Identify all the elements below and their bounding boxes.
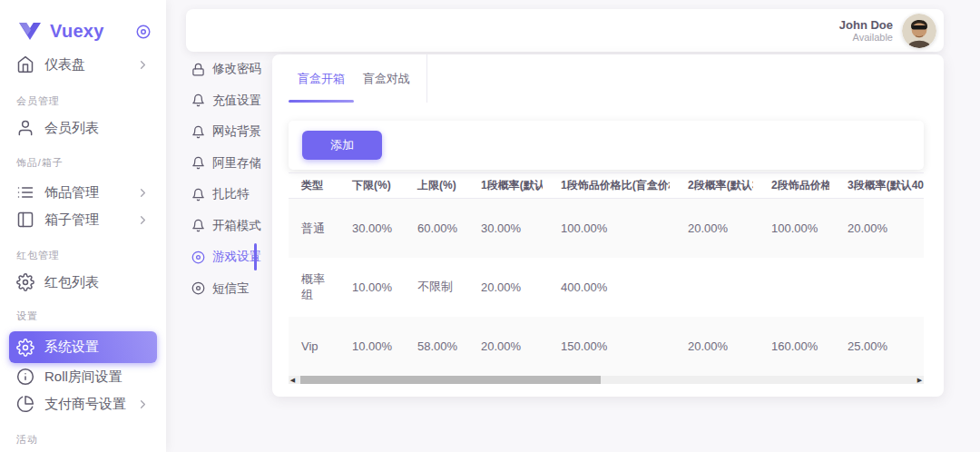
sidebar-nav: 仪表盘 会员管理 会员列表 饰品/箱子 饰品管理 xyxy=(0,47,166,447)
submenu-item-unbox-mode[interactable]: 开箱模式 xyxy=(186,212,273,240)
cell-stage3-probability xyxy=(829,258,924,317)
cell-stage1-price-ratio: 400.00% xyxy=(543,258,670,317)
cell-upper-limit: 58.00% xyxy=(399,317,463,376)
add-button[interactable]: 添加 xyxy=(302,131,382,160)
chevron-right-icon xyxy=(136,213,150,227)
sidebar-item-label: 系统设置 xyxy=(44,339,99,356)
info-icon xyxy=(16,368,34,386)
submenu-item-ali-storage[interactable]: 阿里存储 xyxy=(186,150,273,177)
horizontal-scrollbar[interactable]: ◀ ▶ xyxy=(289,376,924,384)
gear-icon xyxy=(16,273,34,291)
submenu-item-label: 网站背景 xyxy=(212,123,261,140)
vuexy-logo-icon xyxy=(18,22,42,41)
submenu-item-website-background[interactable]: 网站背景 xyxy=(186,118,273,145)
user-status: Available xyxy=(839,32,893,44)
cell-lower-limit: 10.00% xyxy=(334,317,399,376)
user-name: John Doe xyxy=(839,18,893,32)
sidebar-section-activity: 活动 xyxy=(9,432,157,447)
brand-name: Vuexy xyxy=(50,21,104,42)
submenu-item-zabit[interactable]: 扎比特 xyxy=(186,181,273,208)
cell-stage2-price-ratio xyxy=(753,258,829,317)
submenu-item-change-password[interactable]: 修改密码 xyxy=(186,55,273,83)
cell-upper-limit: 60.00% xyxy=(399,199,463,258)
submenu-item-label: 扎比特 xyxy=(212,186,250,202)
submenu-item-label: 游戏设置 xyxy=(212,249,261,265)
cell-stage2-price-ratio: 160.00% xyxy=(753,317,829,376)
page: Vuexy 仪表盘 会员管理 xyxy=(0,0,980,452)
toolbar: 添加 xyxy=(289,121,924,170)
home-icon xyxy=(16,55,34,74)
chevron-right-icon xyxy=(136,186,150,200)
bell-icon xyxy=(191,188,205,201)
bell-icon xyxy=(191,93,205,107)
sidebar-section-settings: 设置 xyxy=(9,309,157,323)
user-avatar[interactable] xyxy=(902,14,936,48)
chevron-right-icon xyxy=(136,398,150,411)
bell-icon xyxy=(191,156,205,170)
sidebar-item-redpacket-list[interactable]: 红包列表 xyxy=(9,269,157,296)
col-header-stage1-price-ratio: 1段饰品价格比(盲盒价格*比例) xyxy=(543,173,670,199)
menu-pin-icon[interactable] xyxy=(135,24,152,40)
sidebar-item-label: 会员列表 xyxy=(44,120,99,137)
col-header-lower-limit: 下限(%) xyxy=(334,173,399,199)
scroll-right-arrow[interactable]: ▶ xyxy=(916,376,924,384)
lock-icon xyxy=(191,63,205,76)
table-row[interactable]: 普通 30.00% 60.00% 30.00% 100.00% 20.00% 1… xyxy=(289,199,924,258)
cell-stage2-probability: 20.00% xyxy=(670,199,753,258)
submenu-item-game-settings[interactable]: 游戏设置 xyxy=(186,243,273,270)
cell-type: 概率组 xyxy=(289,258,334,317)
tab-blindbox-battle[interactable]: 盲盒对战 xyxy=(354,54,419,103)
sidebar-item-label: Roll房间设置 xyxy=(44,368,122,386)
tab-divider xyxy=(426,54,427,103)
submenu-item-recharge-settings[interactable]: 充值设置 xyxy=(186,87,273,114)
submenu-item-label: 开箱模式 xyxy=(212,218,261,234)
settings-submenu: 修改密码 充值设置 网站背景 阿里存储 扎比特 xyxy=(186,55,273,306)
sidebar-item-accessory-management[interactable]: 饰品管理 xyxy=(9,179,157,206)
submenu-item-label: 短信宝 xyxy=(212,280,250,297)
col-header-stage3-probability: 3段概率(默认40%) xyxy=(829,173,924,199)
col-header-type: 类型 xyxy=(289,173,334,199)
cell-lower-limit: 30.00% xyxy=(334,199,399,258)
user-meta: John Doe Available xyxy=(839,18,893,44)
sidebar-item-label: 仪表盘 xyxy=(44,56,85,74)
sidebar-item-member-list[interactable]: 会员列表 xyxy=(9,114,157,142)
sidebar-item-box-management[interactable]: 箱子管理 xyxy=(9,206,157,233)
sidebar-item-dashboard[interactable]: 仪表盘 xyxy=(9,51,157,78)
disc-icon xyxy=(191,281,205,295)
sidebar-item-label: 红包列表 xyxy=(44,274,99,291)
col-header-upper-limit: 上限(%) xyxy=(399,173,463,199)
cell-stage1-price-ratio: 150.00% xyxy=(543,317,670,376)
tab-blindbox-open[interactable]: 盲盒开箱 xyxy=(289,54,354,103)
list-icon xyxy=(16,183,34,201)
table-row[interactable]: Vip 10.00% 58.00% 20.00% 150.00% 20.00% … xyxy=(289,317,924,376)
sidebar-section-redpacket: 红包管理 xyxy=(9,248,157,262)
tab-bar: 盲盒开箱 盲盒对战 xyxy=(272,54,944,103)
submenu-item-label: 充值设置 xyxy=(212,93,261,109)
gear-icon xyxy=(16,339,34,357)
sidebar-section-items-boxes: 饰品/箱子 xyxy=(9,155,157,170)
cell-stage1-probability: 20.00% xyxy=(463,258,543,317)
cell-stage3-probability: 20.00% xyxy=(829,199,924,258)
tab-content: 添加 类型 下限(%) 上限(%) 1段概率(默认20%) 1段饰品价格比(盲盒… xyxy=(289,121,924,384)
scrollbar-thumb[interactable] xyxy=(300,376,601,384)
col-header-stage2-price-ratio: 2段饰品价格比 xyxy=(753,173,829,199)
cell-stage1-price-ratio: 100.00% xyxy=(543,199,670,258)
sidebar-item-payment-merchant-settings[interactable]: 支付商号设置 xyxy=(9,390,157,418)
table-row[interactable]: 概率组 10.00% 不限制 20.00% 400.00% xyxy=(289,258,924,317)
bell-icon xyxy=(191,125,205,139)
table-header-row: 类型 下限(%) 上限(%) 1段概率(默认20%) 1段饰品价格比(盲盒价格*… xyxy=(289,173,924,199)
sidebar-item-roll-room-settings[interactable]: Roll房间设置 xyxy=(9,363,157,390)
col-header-stage1-probability: 1段概率(默认20%) xyxy=(463,173,543,199)
cell-upper-limit: 不限制 xyxy=(399,258,463,317)
cell-lower-limit: 10.00% xyxy=(334,258,399,317)
submenu-item-sms-bao[interactable]: 短信宝 xyxy=(186,275,273,302)
cell-stage2-probability: 20.00% xyxy=(670,317,753,376)
scroll-left-arrow[interactable]: ◀ xyxy=(289,376,297,384)
col-header-stage2-probability: 2段概率(默认30%) xyxy=(670,173,753,199)
sidebar-item-system-settings[interactable]: 系统设置 xyxy=(9,331,157,363)
sidebar-item-label: 饰品管理 xyxy=(44,184,99,201)
top-header: John Doe Available xyxy=(186,9,944,52)
cell-stage2-price-ratio: 100.00% xyxy=(753,199,829,258)
logo-row: Vuexy xyxy=(0,0,166,47)
sidebar-item-label: 箱子管理 xyxy=(44,211,99,229)
